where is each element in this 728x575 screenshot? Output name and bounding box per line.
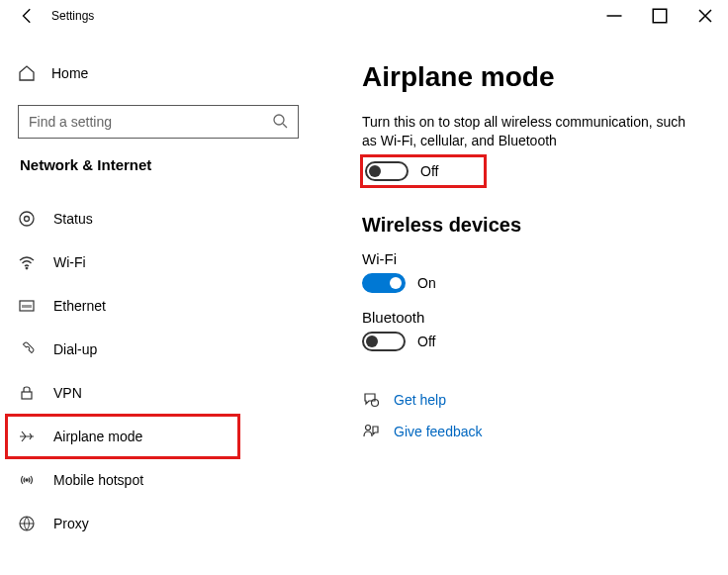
nav-label: Ethernet: [53, 298, 106, 314]
nav-item-ethernet[interactable]: Ethernet: [6, 284, 311, 328]
minimize-icon: [605, 7, 623, 25]
ethernet-icon: [18, 297, 36, 315]
nav-label: Status: [53, 211, 93, 227]
page-title: Airplane mode: [362, 61, 708, 93]
wifi-toggle-row: On: [362, 273, 708, 293]
nav-label: Wi-Fi: [53, 254, 86, 270]
nav-item-mobile-hotspot[interactable]: Mobile hotspot: [6, 458, 311, 502]
airplane-toggle-state: Off: [420, 163, 438, 179]
wifi-label: Wi-Fi: [362, 250, 708, 267]
bluetooth-label: Bluetooth: [362, 309, 708, 326]
proxy-icon: [18, 515, 36, 532]
search-box[interactable]: [18, 105, 299, 139]
svg-point-1: [274, 115, 284, 125]
wifi-toggle[interactable]: [362, 273, 406, 293]
search-icon: [272, 113, 290, 131]
svg-point-2: [20, 212, 34, 226]
airplane-toggle-row: Off: [362, 156, 485, 186]
titlebar: Settings: [0, 0, 728, 32]
nav-item-dialup[interactable]: Dial-up: [6, 328, 311, 371]
minimize-button[interactable]: [592, 0, 637, 32]
nav-item-vpn[interactable]: VPN: [6, 371, 311, 415]
search-input[interactable]: [29, 114, 264, 130]
get-help-link[interactable]: Get help: [394, 392, 446, 408]
feedback-icon: [362, 423, 380, 440]
wifi-toggle-state: On: [417, 275, 436, 291]
bluetooth-toggle-state: Off: [417, 334, 435, 349]
home-icon: [18, 64, 36, 82]
airplane-description: Turn this on to stop all wireless commun…: [362, 113, 698, 150]
sidebar: Home Network & Internet Status Wi-Fi Eth…: [0, 32, 317, 575]
vpn-icon: [18, 384, 36, 402]
status-icon: [18, 210, 36, 228]
close-icon: [696, 7, 714, 25]
nav-label: VPN: [53, 385, 82, 401]
give-feedback-link[interactable]: Give feedback: [394, 424, 483, 439]
svg-point-7: [26, 479, 28, 481]
home-nav[interactable]: Home: [6, 51, 311, 95]
wifi-icon: [18, 253, 36, 271]
main-content: Airplane mode Turn this on to stop all w…: [317, 32, 728, 575]
help-chat-icon: [362, 391, 380, 409]
nav-item-proxy[interactable]: Proxy: [6, 502, 311, 545]
get-help-row[interactable]: Get help: [362, 391, 708, 409]
back-button[interactable]: [16, 7, 40, 25]
window-title: Settings: [51, 9, 94, 23]
svg-point-10: [366, 425, 371, 430]
svg-rect-0: [653, 9, 667, 23]
nav-item-airplane-mode[interactable]: Airplane mode: [6, 415, 239, 458]
nav-label: Airplane mode: [53, 429, 142, 444]
close-button[interactable]: [682, 0, 728, 32]
svg-rect-6: [22, 392, 32, 399]
give-feedback-row[interactable]: Give feedback: [362, 423, 708, 440]
svg-point-3: [25, 217, 30, 222]
maximize-button[interactable]: [637, 0, 682, 32]
nav-item-wifi[interactable]: Wi-Fi: [6, 240, 311, 284]
nav-label: Proxy: [53, 516, 89, 531]
airplane-icon: [18, 428, 36, 445]
home-label: Home: [51, 65, 88, 81]
section-label: Network & Internet: [6, 156, 311, 173]
svg-point-4: [26, 267, 28, 269]
airplane-mode-toggle[interactable]: [365, 161, 409, 181]
nav-item-status[interactable]: Status: [6, 197, 311, 240]
maximize-icon: [651, 7, 669, 25]
bluetooth-toggle-row: Off: [362, 332, 708, 351]
nav-label: Mobile hotspot: [53, 472, 143, 488]
hotspot-icon: [18, 471, 36, 489]
wireless-heading: Wireless devices: [362, 214, 708, 237]
dialup-icon: [18, 340, 36, 358]
nav-label: Dial-up: [53, 341, 97, 357]
bluetooth-toggle[interactable]: [362, 332, 406, 351]
arrow-left-icon: [19, 7, 37, 25]
